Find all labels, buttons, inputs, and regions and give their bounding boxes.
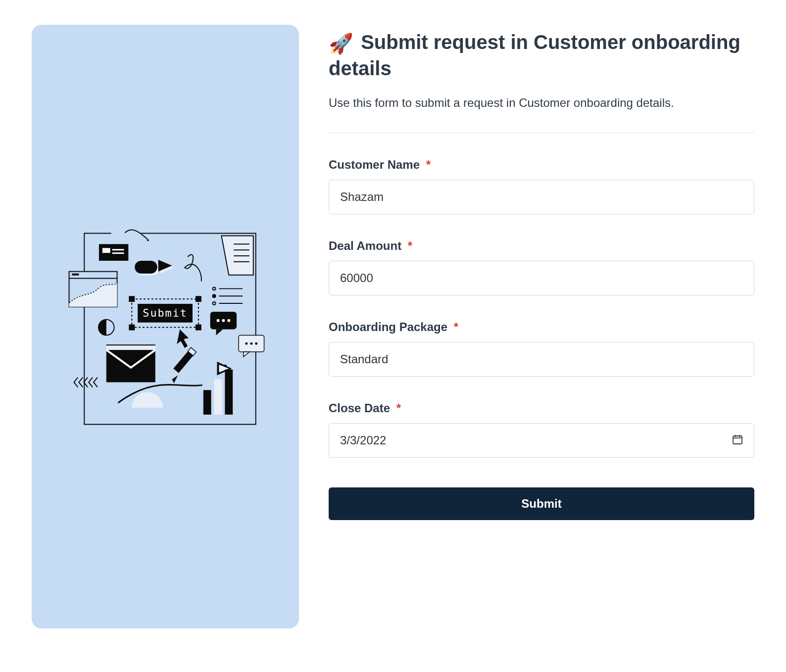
illustration-submit-text: Submit — [143, 307, 188, 319]
close-date-label-text: Close Date — [329, 401, 390, 415]
customer-name-label-text: Customer Name — [329, 158, 420, 171]
field-customer-name: Customer Name * — [329, 158, 754, 214]
svg-rect-40 — [174, 351, 194, 373]
svg-point-35 — [255, 342, 258, 345]
svg-rect-25 — [129, 325, 135, 331]
calendar-icon[interactable] — [731, 433, 744, 447]
svg-rect-5 — [112, 253, 124, 254]
svg-rect-12 — [135, 261, 158, 274]
rocket-icon: 🚀 — [329, 31, 353, 56]
deal-amount-label-text: Deal Amount — [329, 239, 401, 252]
svg-point-31 — [228, 319, 231, 322]
deal-amount-input[interactable] — [329, 261, 754, 295]
svg-rect-23 — [129, 296, 135, 302]
page-container: Submit — [32, 25, 754, 628]
svg-rect-3 — [102, 248, 110, 253]
svg-rect-38 — [106, 345, 155, 350]
required-indicator: * — [396, 401, 401, 415]
svg-point-29 — [217, 319, 220, 322]
svg-point-34 — [250, 342, 253, 345]
field-deal-amount: Deal Amount * — [329, 239, 754, 295]
form-illustration: Submit — [48, 209, 283, 444]
submit-button[interactable]: Submit — [329, 487, 754, 520]
form-title: 🚀 Submit request in Customer onboarding … — [329, 30, 754, 81]
form-panel: 🚀 Submit request in Customer onboarding … — [329, 25, 754, 628]
svg-point-30 — [222, 319, 225, 322]
required-indicator: * — [426, 158, 431, 171]
illustration-panel: Submit — [32, 25, 299, 628]
svg-point-20 — [213, 302, 216, 305]
form-divider — [329, 133, 754, 133]
svg-point-6 — [147, 240, 149, 241]
svg-rect-15 — [72, 274, 79, 276]
svg-rect-1 — [111, 228, 141, 240]
svg-point-18 — [213, 295, 216, 298]
form-description: Use this form to submit a request in Cus… — [329, 95, 754, 112]
svg-rect-46 — [733, 436, 742, 444]
svg-rect-45 — [225, 370, 233, 415]
svg-rect-43 — [203, 390, 211, 415]
close-date-label: Close Date * — [329, 401, 754, 415]
field-close-date: Close Date * — [329, 401, 754, 458]
svg-rect-4 — [112, 249, 124, 251]
field-onboarding-package: Onboarding Package * — [329, 320, 754, 377]
close-date-wrap — [329, 423, 754, 458]
svg-rect-44 — [214, 380, 222, 415]
customer-name-label: Customer Name * — [329, 158, 754, 172]
onboarding-package-label: Onboarding Package * — [329, 320, 754, 334]
svg-point-16 — [213, 288, 216, 290]
onboarding-package-label-text: Onboarding Package — [329, 320, 447, 334]
onboarding-package-input[interactable] — [329, 342, 754, 377]
deal-amount-label: Deal Amount * — [329, 239, 754, 253]
svg-rect-26 — [196, 325, 201, 331]
svg-rect-24 — [196, 296, 201, 302]
required-indicator: * — [408, 239, 412, 252]
form-title-text: Submit request in Customer onboarding de… — [329, 31, 740, 79]
required-indicator: * — [454, 320, 458, 334]
close-date-input[interactable] — [329, 423, 754, 458]
customer-name-input[interactable] — [329, 180, 754, 214]
svg-point-33 — [246, 342, 248, 345]
